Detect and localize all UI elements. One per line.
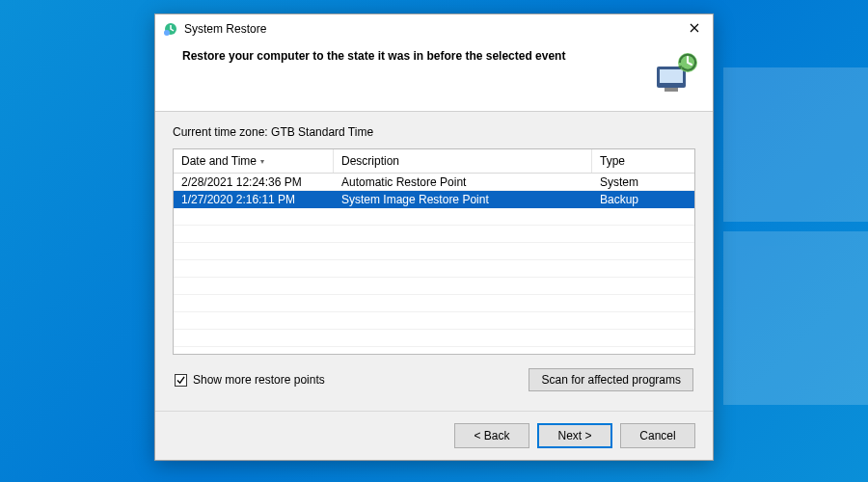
system-restore-icon bbox=[163, 21, 178, 37]
table-body: 2/28/2021 12:24:36 PMAutomatic Restore P… bbox=[174, 174, 694, 355]
column-header-type-label: Type bbox=[600, 154, 625, 168]
table-row-empty bbox=[174, 347, 694, 355]
titlebar: System Restore bbox=[155, 14, 713, 41]
svg-rect-4 bbox=[665, 88, 678, 92]
table-row-empty bbox=[174, 260, 694, 278]
show-more-checkbox[interactable] bbox=[175, 374, 187, 387]
table-row-empty bbox=[174, 243, 694, 260]
table-row[interactable]: 1/27/2020 2:16:11 PMSystem Image Restore… bbox=[174, 191, 694, 208]
cell-description: System Image Restore Point bbox=[334, 191, 592, 207]
column-header-description-label: Description bbox=[341, 154, 399, 168]
column-header-date[interactable]: Date and Time ▾ bbox=[174, 149, 334, 173]
window-title: System Restore bbox=[184, 22, 684, 36]
cell-date: 1/27/2020 2:16:11 PM bbox=[174, 191, 334, 207]
next-button[interactable]: Next > bbox=[537, 423, 612, 448]
table-header: Date and Time ▾ Description Type bbox=[174, 149, 694, 174]
svg-point-1 bbox=[164, 30, 170, 36]
table-row-empty bbox=[174, 312, 694, 330]
cell-type: Backup bbox=[592, 191, 694, 207]
timezone-label: Current time zone: GTB Standard Time bbox=[173, 125, 695, 139]
table-row-empty bbox=[174, 295, 694, 312]
column-header-type[interactable]: Type bbox=[592, 149, 694, 173]
cell-type: System bbox=[592, 174, 694, 190]
cell-description: Automatic Restore Point bbox=[334, 174, 592, 190]
cancel-button[interactable]: Cancel bbox=[620, 423, 695, 448]
column-header-date-label: Date and Time bbox=[181, 154, 257, 168]
restore-points-table: Date and Time ▾ Description Type 2/28/20… bbox=[173, 148, 695, 355]
table-row[interactable]: 2/28/2021 12:24:36 PMAutomatic Restore P… bbox=[174, 174, 694, 191]
column-header-description[interactable]: Description bbox=[334, 149, 592, 173]
scan-affected-button[interactable]: Scan for affected programs bbox=[529, 368, 693, 391]
table-row-empty bbox=[174, 278, 694, 295]
system-restore-dialog: System Restore Restore your computer to … bbox=[154, 13, 714, 461]
back-button[interactable]: < Back bbox=[454, 423, 529, 448]
header-area: Restore your computer to the state it wa… bbox=[155, 41, 713, 111]
wizard-footer: < Back Next > Cancel bbox=[155, 411, 713, 460]
table-row-empty bbox=[174, 226, 694, 243]
sort-indicator-icon: ▾ bbox=[260, 157, 264, 166]
show-more-label: Show more restore points bbox=[193, 373, 325, 387]
restore-hero-icon bbox=[651, 49, 697, 95]
close-icon[interactable] bbox=[684, 20, 705, 38]
page-heading: Restore your computer to the state it wa… bbox=[182, 49, 639, 63]
content-area: Current time zone: GTB Standard Time Dat… bbox=[155, 112, 713, 411]
table-row-empty bbox=[174, 208, 694, 226]
under-table-row: Show more restore points Scan for affect… bbox=[173, 355, 695, 401]
svg-rect-3 bbox=[660, 69, 683, 83]
cell-date: 2/28/2021 12:24:36 PM bbox=[174, 174, 334, 190]
table-row-empty bbox=[174, 330, 694, 347]
